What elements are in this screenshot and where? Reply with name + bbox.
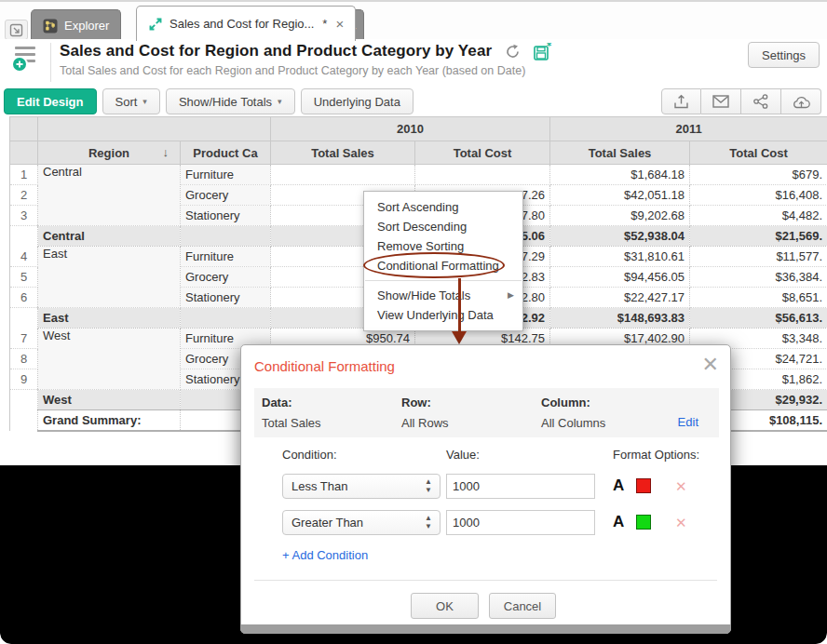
color-swatch[interactable] [636,478,651,493]
total-sales-2011-cell[interactable]: $9,202.68 [550,206,690,226]
menu-item-show-hide-totals[interactable]: Show/Hide Totals▶ [364,286,522,305]
total-sales-2011-cell[interactable]: $31,810.61 [550,247,690,267]
select-spinner-icon: ▲▼ [425,514,432,530]
ok-button[interactable]: OK [411,593,479,619]
condition-row: Less Than▲▼A✕ [241,474,730,499]
underlying-data-label: Underlying Data [314,95,400,109]
underlying-data-button[interactable]: Underlying Data [301,88,414,114]
total-sales-2011-cell[interactable]: $52,938.04 [550,226,690,247]
row-number: 6 [10,288,38,308]
menu-item-view-underlying-data[interactable]: View Underlying Data [364,305,522,325]
format-options-label: Format Options: [613,448,699,462]
row-number [10,308,38,329]
email-button[interactable] [701,88,741,114]
subtotal-label: West [38,390,181,410]
corner-cell [10,141,38,165]
add-condition-link[interactable]: + Add Condition [282,548,368,562]
dialog-close-icon[interactable]: ✕ [702,353,719,377]
total-sales-2011-header[interactable]: Total Sales [550,141,690,165]
font-format-button[interactable]: A [613,513,624,531]
menu-item-label: View Underlying Data [377,308,494,322]
total-cost-2011-cell[interactable]: $16,408. [690,185,827,206]
condition-select[interactable]: Less Than▲▼ [282,474,441,499]
product-cell[interactable]: Stationery [181,288,271,308]
total-cost-2010-cell[interactable] [415,165,550,185]
table-row: 1CentralFurniture$1,684.18$679. [10,165,827,185]
total-sales-2011-cell[interactable]: $42,051.18 [550,185,690,206]
cancel-button[interactable]: Cancel [489,593,556,619]
tab-explorer[interactable]: Explorer [31,9,121,41]
region-cell[interactable]: East [38,247,181,308]
settings-button[interactable]: Settings [748,42,820,68]
annotation-ellipse [363,252,505,278]
page-title: Sales and Cost for Region and Product Ca… [60,42,492,60]
product-cell[interactable]: Grocery [181,267,271,288]
edit-link[interactable]: Edit [678,415,698,429]
share-button[interactable] [741,88,781,114]
product-cell[interactable]: Furniture [181,165,271,185]
save-icon[interactable]: * [534,43,552,60]
menu-item-sort-descending[interactable]: Sort Descending [364,217,522,236]
total-cost-2011-cell[interactable]: $11,577. [690,247,827,267]
refresh-icon[interactable] [505,44,521,60]
annotation-arrow-head [452,331,467,344]
color-swatch[interactable] [636,515,651,530]
total-sales-2011-cell[interactable]: $148,693.83 [550,308,690,329]
condition-value-input[interactable] [446,474,595,499]
tab-close-icon[interactable]: × [335,16,344,32]
condition-column-label: Condition: [282,448,337,462]
year-2010-header: 2010 [271,117,550,141]
report-list-icon[interactable] [11,44,41,75]
total-cost-2011-cell[interactable]: $4,482. [690,206,827,226]
grand-summary-label: Grand Summary: [38,410,181,431]
export-button[interactable] [661,88,701,114]
region-column-header[interactable]: Region ↓ [38,141,181,165]
total-sales-2010-cell[interactable] [271,165,415,185]
publish-button[interactable] [781,88,821,114]
popout-button[interactable] [5,20,28,40]
share-icon [753,94,768,109]
total-cost-2011-cell[interactable]: $21,569. [690,226,827,247]
total-cost-2011-cell[interactable]: $8,651. [690,288,827,308]
condition-select[interactable]: Greater Than▲▼ [282,510,441,535]
select-spinner-icon: ▲▼ [425,477,432,494]
blank-year-cell [38,117,271,141]
condition-value-input[interactable] [446,510,595,535]
product-cell[interactable]: Furniture [181,247,271,267]
product-cell[interactable]: Grocery [181,185,271,206]
show-hide-totals-button[interactable]: Show/Hide Totals ▾ [166,88,295,114]
product-cell[interactable]: Stationery [181,206,271,226]
product-cell [181,226,271,247]
edit-design-button[interactable]: Edit Design [4,88,97,114]
data-value: Total Sales [262,416,321,430]
app-window: Explorer Sales and Cost for Regio... * ×… [0,0,827,644]
sort-button[interactable]: Sort ▾ [102,88,160,114]
menu-item-sort-ascending[interactable]: Sort Ascending [364,197,522,217]
corner-cell [10,117,38,141]
row-number: 1 [10,165,38,185]
expand-arrows-icon [148,17,163,32]
total-sales-2010-header[interactable]: Total Sales [271,141,415,165]
total-sales-2011-cell[interactable]: $94,456.05 [550,267,690,288]
region-cell[interactable]: Central [38,165,181,226]
delete-condition-icon[interactable]: ✕ [675,515,687,531]
delete-condition-icon[interactable]: ✕ [675,478,687,495]
condition-select-value: Greater Than [291,516,363,530]
product-column-header[interactable]: Product Ca [181,141,271,165]
dialog-summary-bar: Data: Total Sales Row: All Rows Column: … [254,388,719,437]
total-cost-2011-cell[interactable]: $679. [690,165,827,185]
popout-icon [9,23,23,37]
total-sales-2011-cell[interactable]: $22,427.17 [550,288,690,308]
menu-item-label: Sort Ascending [377,200,458,214]
font-format-button[interactable]: A [613,476,624,495]
menu-item-label: Show/Hide Totals [377,288,470,302]
total-cost-2011-header[interactable]: Total Cost [690,141,827,165]
total-sales-2011-cell[interactable]: $1,684.18 [550,165,690,185]
chevron-down-icon: ▾ [278,97,282,106]
total-cost-2011-cell[interactable]: $56,613. [690,308,827,329]
total-cost-2010-header[interactable]: Total Cost [415,141,550,165]
total-cost-2011-cell[interactable]: $36,384. [690,267,827,288]
region-cell[interactable]: West [38,329,181,390]
report-header: Sales and Cost for Region and Product Ca… [0,39,827,87]
tab-active-report[interactable]: Sales and Cost for Regio... * × [136,6,356,41]
